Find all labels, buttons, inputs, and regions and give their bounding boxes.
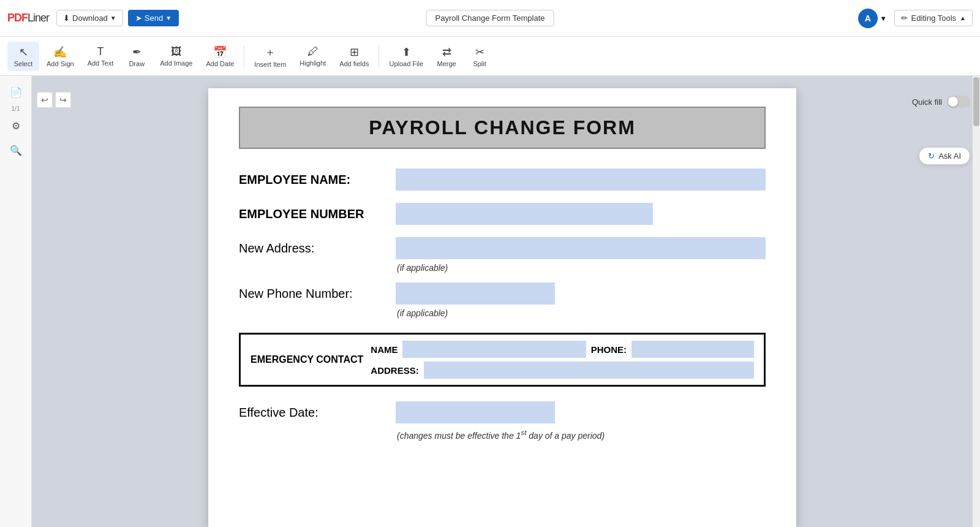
logo: PDFLiner (7, 12, 49, 25)
select-tool[interactable]: ↖ Select (7, 42, 39, 71)
emergency-fields: NAME PHONE: ADDRESS: (371, 341, 754, 379)
emergency-name-input[interactable] (402, 341, 586, 358)
new-phone-label: New Phone Number: (239, 287, 386, 301)
sidebar-pages-icon[interactable]: 📄 (5, 81, 27, 103)
send-button[interactable]: ➤ Send ▼ (128, 10, 179, 26)
draw-tool[interactable]: ✒ Draw (121, 42, 153, 71)
main-content: PAYROLL CHANGE FORM EMPLOYEE NAME: EMPLO… (32, 76, 973, 527)
draw-icon: ✒ (132, 45, 141, 59)
scrollbar[interactable] (973, 76, 980, 527)
quick-fill-label: Quick fill (912, 97, 942, 107)
new-address-row: New Address: (239, 237, 766, 259)
employee-number-row: EMPLOYEE NUMBER (239, 203, 766, 225)
emergency-name-row: NAME PHONE: (371, 341, 754, 358)
ask-ai-icon: ↻ (928, 151, 935, 161)
highlight-tool[interactable]: 🖊 Highlight (293, 42, 332, 70)
add-image-tool[interactable]: 🖼 Add Image (154, 42, 198, 70)
upload-file-tool[interactable]: ⬆ Upload File (383, 42, 429, 71)
top-right-controls: A ▼ ✏ Editing Tools ▲ (858, 9, 973, 28)
form-title: PAYROLL CHANGE FORM (239, 107, 766, 149)
emergency-contact-section: EMERGENCY CONTACT NAME PHONE: ADDRESS: (239, 333, 766, 387)
pdf-document: PAYROLL CHANGE FORM EMPLOYEE NAME: EMPLO… (208, 88, 796, 527)
emergency-name-label: NAME (371, 344, 398, 355)
add-text-icon: T (97, 45, 104, 58)
page-indicator: 1/1 (12, 105, 20, 112)
add-sign-icon: ✍ (53, 45, 67, 59)
redo-button[interactable]: ↪ (55, 92, 71, 108)
editing-tools-chevron-icon: ▲ (960, 15, 966, 21)
emergency-address-row: ADDRESS: (371, 362, 754, 379)
add-date-icon: 📅 (213, 45, 227, 59)
sidebar-zoom-icon[interactable]: 🔍 (5, 139, 27, 161)
emergency-address-input[interactable] (424, 362, 754, 379)
effective-date-note: (changes must be effective the 1st day o… (397, 428, 766, 441)
new-address-label: New Address: (239, 241, 386, 256)
employee-number-label: EMPLOYEE NUMBER (239, 207, 386, 221)
employee-number-input[interactable] (396, 203, 653, 225)
emergency-address-label: ADDRESS: (371, 365, 418, 376)
effective-date-input[interactable] (396, 401, 555, 423)
effective-date-label: Effective Date: (239, 406, 386, 420)
add-date-tool[interactable]: 📅 Add Date (200, 42, 240, 71)
split-icon: ✂ (475, 45, 484, 59)
employee-name-input[interactable] (396, 169, 766, 191)
left-sidebar: 📄 1/1 ⚙ 🔍 (0, 76, 32, 527)
download-chevron-icon: ▼ (110, 15, 116, 21)
send-icon: ➤ (135, 13, 142, 23)
new-address-note: (if applicable) (397, 263, 766, 273)
quick-fill-toggle[interactable] (947, 96, 970, 108)
split-tool[interactable]: ✂ Split (464, 42, 496, 71)
add-image-icon: 🖼 (171, 45, 182, 58)
emergency-phone-input[interactable] (631, 341, 754, 358)
insert-item-icon: ＋ (265, 45, 276, 59)
avatar-chevron-icon[interactable]: ▼ (880, 15, 887, 22)
select-icon: ↖ (19, 45, 28, 59)
editing-tools-button[interactable]: ✏ Editing Tools ▲ (894, 10, 973, 26)
new-phone-note: (if applicable) (397, 308, 766, 318)
emergency-phone-label: PHONE: (591, 344, 627, 355)
top-bar: PDFLiner ⬇ Download ▼ ➤ Send ▼ Payroll C… (0, 0, 980, 37)
insert-item-tool[interactable]: ＋ Insert Item (248, 41, 292, 72)
sidebar-settings-icon[interactable]: ⚙ (5, 115, 27, 137)
highlight-icon: 🖊 (307, 45, 318, 58)
toggle-knob (948, 97, 958, 107)
toolbar: ↖ Select ✍ Add Sign T Add Text ✒ Draw 🖼 … (0, 37, 980, 76)
upload-file-icon: ⬆ (402, 45, 411, 59)
avatar[interactable]: A (858, 9, 878, 28)
effective-date-row: Effective Date: (239, 401, 766, 423)
pencil-icon: ✏ (901, 13, 908, 23)
add-fields-tool[interactable]: ⊞ Add fields (333, 42, 375, 71)
merge-icon: ⇄ (442, 45, 451, 59)
download-icon: ⬇ (63, 13, 70, 23)
download-button[interactable]: ⬇ Download ▼ (56, 10, 123, 26)
undo-redo-controls: ↩ ↪ (37, 92, 71, 108)
document-title-badge: Payroll Change Form Template (426, 10, 554, 26)
ask-ai-button[interactable]: ↻ Ask AI (919, 147, 970, 165)
new-address-input[interactable] (396, 237, 766, 259)
scrollbar-thumb[interactable] (973, 77, 979, 126)
send-chevron-icon: ▼ (165, 15, 172, 21)
quick-fill-control: Quick fill (912, 96, 970, 108)
add-text-tool[interactable]: T Add Text (81, 42, 120, 70)
new-phone-input[interactable] (396, 282, 555, 305)
new-phone-row: New Phone Number: (239, 282, 766, 305)
employee-name-label: EMPLOYEE NAME: (239, 173, 386, 187)
ask-ai-label: Ask AI (938, 151, 961, 161)
employee-name-row: EMPLOYEE NAME: (239, 169, 766, 191)
add-sign-tool[interactable]: ✍ Add Sign (40, 42, 80, 71)
emergency-contact-label: EMERGENCY CONTACT (251, 354, 363, 365)
undo-button[interactable]: ↩ (37, 92, 53, 108)
add-fields-icon: ⊞ (350, 45, 359, 59)
merge-tool[interactable]: ⇄ Merge (431, 42, 462, 71)
